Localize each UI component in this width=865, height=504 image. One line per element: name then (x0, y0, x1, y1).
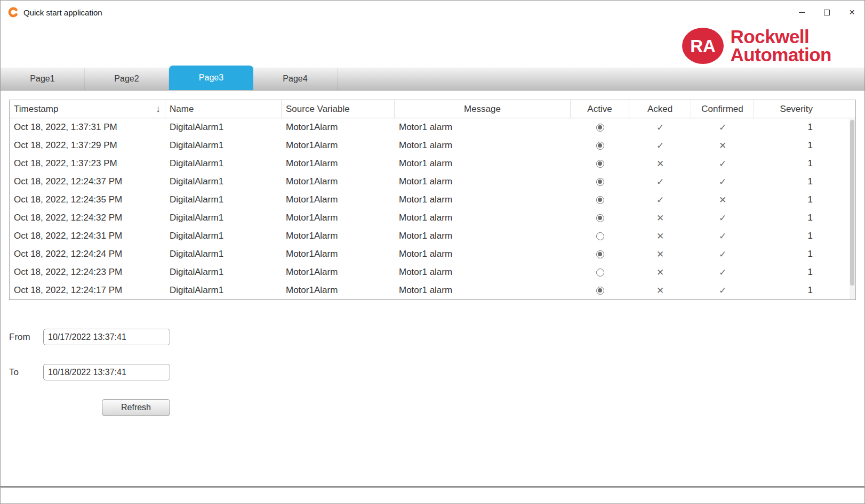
title-bar: Quick start application ✕ (1, 1, 864, 24)
cell-active (571, 178, 629, 186)
cell-active (571, 287, 629, 295)
cell-timestamp: Oct 18, 2022, 12:24:23 PM (10, 267, 165, 278)
cell-message: Motor1 alarm (395, 158, 571, 169)
cell-source-variable: Motor1Alarm (282, 158, 395, 169)
cell-name: DigitalAlarm1 (165, 267, 282, 278)
cell-timestamp: Oct 18, 2022, 1:37:29 PM (10, 140, 165, 151)
cell-active (571, 196, 629, 204)
rockwell-monogram-icon: RA (682, 27, 724, 64)
cross-icon: ✕ (691, 140, 754, 151)
cell-message: Motor1 alarm (395, 213, 571, 223)
bottom-edge-divider (1, 486, 864, 487)
close-icon: ✕ (849, 9, 855, 16)
from-label: From (9, 332, 43, 343)
table-row[interactable]: Oct 18, 2022, 1:37:31 PMDigitalAlarm1Mot… (10, 118, 855, 136)
maximize-icon (824, 10, 830, 15)
cell-name: DigitalAlarm1 (165, 231, 282, 241)
tab-page1[interactable]: Page1 (1, 68, 85, 90)
table-row[interactable]: Oct 18, 2022, 12:24:35 PMDigitalAlarm1Mo… (10, 191, 855, 209)
table-row[interactable]: Oct 18, 2022, 12:24:31 PMDigitalAlarm1Mo… (10, 227, 855, 245)
close-button[interactable]: ✕ (839, 1, 864, 24)
table-row[interactable]: Oct 18, 2022, 12:24:24 PMDigitalAlarm1Mo… (10, 245, 855, 263)
cell-name: DigitalAlarm1 (165, 249, 282, 259)
window-title: Quick start application (23, 8, 102, 17)
tab-page2[interactable]: Page2 (85, 68, 169, 90)
radio-filled-icon (596, 178, 604, 186)
check-icon: ✓ (629, 140, 691, 151)
check-icon: ✓ (691, 231, 754, 242)
minimize-button[interactable] (789, 1, 814, 24)
cell-severity: 1 (754, 213, 855, 223)
table-row[interactable]: Oct 18, 2022, 1:37:29 PMDigitalAlarm1Mot… (10, 136, 855, 155)
tab-page4[interactable]: Page4 (253, 68, 338, 90)
from-date-input[interactable] (43, 329, 170, 345)
check-icon: ✓ (691, 267, 754, 278)
cell-message: Motor1 alarm (395, 122, 571, 133)
scrollbar-thumb[interactable] (850, 120, 854, 286)
table-row[interactable]: Oct 18, 2022, 12:24:32 PMDigitalAlarm1Mo… (10, 209, 855, 227)
table-row[interactable]: Oct 18, 2022, 12:24:23 PMDigitalAlarm1Mo… (10, 263, 855, 281)
cell-timestamp: Oct 18, 2022, 12:24:32 PM (10, 213, 165, 223)
cell-active (571, 142, 629, 150)
refresh-button[interactable]: Refresh (102, 399, 170, 416)
maximize-button[interactable] (814, 1, 839, 24)
cell-source-variable: Motor1Alarm (282, 122, 395, 133)
table-row[interactable]: Oct 18, 2022, 1:37:23 PMDigitalAlarm1Mot… (10, 155, 855, 173)
cross-icon: ✕ (629, 285, 691, 296)
radio-filled-icon (596, 124, 604, 132)
cross-icon: ✕ (629, 249, 691, 260)
table-row[interactable]: Oct 18, 2022, 12:24:17 PMDigitalAlarm1Mo… (10, 281, 855, 299)
app-icon (8, 7, 19, 18)
check-icon: ✓ (629, 122, 691, 133)
cell-severity: 1 (754, 249, 855, 259)
check-icon: ✓ (691, 122, 754, 133)
radio-empty-icon (596, 232, 604, 240)
cell-severity: 1 (754, 158, 855, 169)
cell-severity: 1 (754, 140, 855, 151)
cell-name: DigitalAlarm1 (165, 140, 282, 151)
cell-source-variable: Motor1Alarm (282, 249, 395, 259)
cell-message: Motor1 alarm (395, 267, 571, 278)
column-header-source-variable[interactable]: Source Variable (282, 100, 395, 118)
radio-empty-icon (596, 269, 604, 277)
column-header-confirmed[interactable]: Confirmed (691, 100, 754, 118)
tab-bar: Page1Page2Page3Page4 (1, 68, 864, 91)
column-header-timestamp[interactable]: Timestamp ↓ (10, 100, 165, 118)
cell-source-variable: Motor1Alarm (282, 267, 395, 278)
app-window: Quick start application ✕ RA Rockwell Au… (0, 0, 865, 504)
rockwell-logo: RA Rockwell Automation (682, 27, 831, 64)
cell-message: Motor1 alarm (395, 231, 571, 241)
radio-filled-icon (596, 196, 604, 204)
column-header-name[interactable]: Name (165, 100, 282, 118)
to-date-input[interactable] (43, 364, 170, 380)
cell-message: Motor1 alarm (395, 249, 571, 259)
cross-icon: ✕ (691, 194, 754, 206)
logo-row: RA Rockwell Automation (1, 24, 864, 68)
radio-filled-icon (596, 287, 604, 295)
table-scrollbar[interactable] (850, 119, 855, 299)
cell-timestamp: Oct 18, 2022, 12:24:35 PM (10, 194, 165, 205)
cell-name: DigitalAlarm1 (165, 285, 282, 296)
cell-severity: 1 (754, 285, 855, 296)
cell-active (571, 214, 629, 222)
cell-timestamp: Oct 18, 2022, 12:24:37 PM (10, 176, 165, 187)
cell-source-variable: Motor1Alarm (282, 176, 395, 187)
cell-timestamp: Oct 18, 2022, 12:24:31 PM (10, 231, 165, 241)
radio-filled-icon (596, 214, 604, 222)
sort-desc-icon: ↓ (156, 103, 161, 115)
radio-filled-icon (596, 142, 604, 150)
table-row[interactable]: Oct 18, 2022, 12:24:37 PMDigitalAlarm1Mo… (10, 173, 855, 191)
check-icon: ✓ (691, 249, 754, 260)
column-header-message[interactable]: Message (395, 100, 571, 118)
column-header-acked[interactable]: Acked (629, 100, 691, 118)
check-icon: ✓ (629, 176, 691, 188)
column-header-severity[interactable]: Severity (754, 100, 855, 118)
radio-filled-icon (596, 160, 604, 168)
cell-timestamp: Oct 18, 2022, 1:37:31 PM (10, 122, 165, 133)
cell-severity: 1 (754, 176, 855, 187)
cell-name: DigitalAlarm1 (165, 122, 282, 133)
cell-message: Motor1 alarm (395, 140, 571, 151)
tab-page3[interactable]: Page3 (169, 66, 253, 90)
column-header-active[interactable]: Active (571, 100, 629, 118)
cell-timestamp: Oct 18, 2022, 12:24:24 PM (10, 249, 165, 259)
